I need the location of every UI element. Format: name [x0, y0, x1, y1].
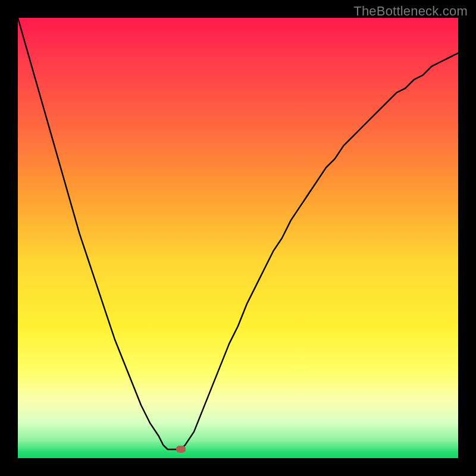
bottleneck-curve [18, 18, 458, 449]
curve-svg [18, 18, 458, 458]
optimal-point-marker [176, 446, 186, 453]
chart-frame: TheBottleneck.com [0, 0, 476, 476]
plot-area [18, 18, 458, 458]
watermark-text: TheBottleneck.com [353, 4, 468, 19]
